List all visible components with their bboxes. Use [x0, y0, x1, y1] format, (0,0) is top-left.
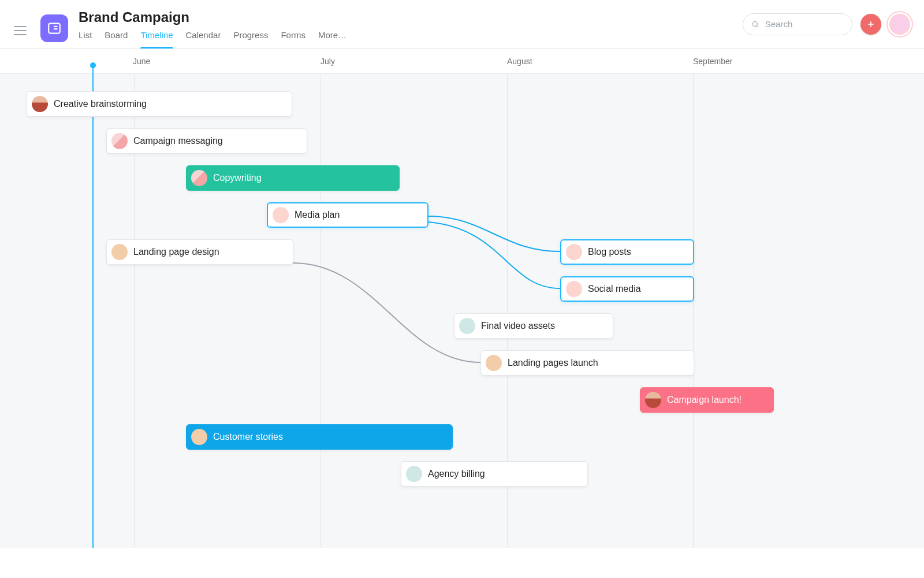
task-bar[interactable]: Creative brainstorming [27, 91, 292, 117]
task-label: Blog posts [588, 247, 631, 257]
timeline-grid[interactable]: Creative brainstorming Campaign messagin… [0, 74, 924, 548]
task-label: Campaign messaging [133, 136, 223, 146]
app-header: Brand Campaign List Board Timeline Calen… [0, 0, 924, 49]
grid-line [693, 74, 694, 548]
tab-timeline[interactable]: Timeline [140, 30, 173, 48]
task-bar[interactable]: Landing pages launch [480, 350, 694, 376]
task-bar[interactable]: Agency billing [401, 461, 588, 487]
task-label: Landing page design [133, 247, 219, 257]
menu-icon[interactable] [14, 26, 27, 35]
task-bar[interactable]: Social media [560, 276, 694, 302]
assignee-avatar [32, 96, 48, 112]
task-bar[interactable]: Campaign messaging [106, 128, 307, 154]
task-label: Copywriting [213, 173, 262, 183]
assignee-avatar [191, 170, 207, 186]
current-user-avatar[interactable] [889, 14, 910, 35]
assignee-avatar [566, 281, 582, 297]
plus-icon [866, 20, 875, 29]
task-label: Creative brainstorming [54, 99, 147, 109]
task-bar[interactable]: Final video assets [454, 313, 613, 339]
tab-board[interactable]: Board [105, 30, 128, 48]
task-label: Customer stories [213, 432, 283, 442]
task-label: Landing pages launch [508, 358, 598, 368]
tab-list[interactable]: List [79, 30, 92, 48]
task-bar[interactable]: Copywriting [186, 165, 400, 191]
search-field[interactable] [743, 13, 852, 35]
month-label: June [133, 57, 150, 66]
timeline-month-header: June July August September [0, 49, 924, 74]
search-input[interactable] [764, 18, 844, 29]
task-bar[interactable]: Blog posts [560, 239, 694, 265]
assignee-avatar [111, 133, 128, 149]
search-icon [751, 20, 759, 29]
assignee-avatar [406, 466, 422, 482]
project-icon[interactable] [40, 14, 68, 42]
task-bar[interactable]: Landing page design [106, 239, 293, 265]
view-tabs: List Board Timeline Calendar Progress Fo… [79, 30, 743, 48]
assignee-avatar [459, 318, 475, 334]
task-label: Social media [588, 284, 641, 294]
month-label: September [693, 57, 732, 66]
tab-calendar[interactable]: Calendar [186, 30, 221, 48]
task-label: Final video assets [481, 321, 555, 331]
task-label: Campaign launch! [667, 395, 742, 405]
task-label: Media plan [295, 210, 340, 220]
assignee-avatar [645, 392, 661, 408]
add-button[interactable] [860, 14, 881, 35]
svg-point-5 [752, 21, 757, 26]
timeline-view: June July August September Creative brai… [0, 49, 924, 548]
assignee-avatar [191, 429, 207, 445]
assignee-avatar [273, 207, 289, 223]
task-bar[interactable]: Campaign launch! [640, 387, 774, 413]
list-card-icon [47, 21, 62, 36]
task-bar[interactable]: Media plan [267, 202, 429, 228]
task-label: Agency billing [428, 469, 485, 479]
task-bar[interactable]: Customer stories [186, 424, 453, 450]
assignee-avatar [486, 355, 502, 371]
tab-progress[interactable]: Progress [233, 30, 268, 48]
project-title: Brand Campaign [79, 9, 743, 25]
today-indicator [92, 62, 94, 548]
assignee-avatar [566, 244, 582, 260]
assignee-avatar [111, 244, 128, 260]
month-label: July [321, 57, 335, 66]
tab-forms[interactable]: Forms [281, 30, 305, 48]
svg-line-6 [757, 25, 758, 27]
grid-line [321, 74, 321, 548]
month-label: August [507, 57, 532, 66]
tab-more[interactable]: More… [318, 30, 346, 48]
